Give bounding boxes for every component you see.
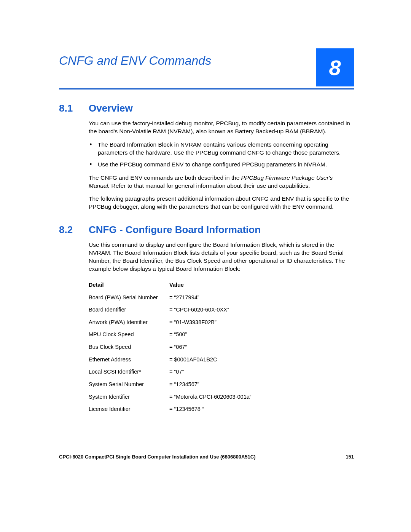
table-row: License Identifier= “12345678 “ [89, 403, 354, 415]
paragraph: You can use the factory-installed debug … [89, 120, 354, 136]
table-header-detail: Detail [89, 281, 165, 289]
section-heading: 8.1 Overview [59, 102, 354, 114]
table-cell-detail: Ethernet Address [89, 355, 165, 364]
table-cell-value: = “2717994” [169, 293, 354, 302]
paragraph: The CNFG and ENV commands are both descr… [89, 174, 354, 190]
table-cell-value: = “1234567” [169, 380, 354, 389]
table-cell-value: = “CPCI-6020-60X-0XX” [169, 305, 354, 315]
table-body: Board (PWA) Serial Number= “2717994”Boar… [89, 291, 354, 415]
table-cell-value: = $0001AF0A1B2C [169, 355, 354, 364]
table-header-row: Detail Value [89, 280, 354, 291]
section-heading: 8.2 CNFG - Configure Board Information [59, 224, 354, 236]
text-run: The CNFG and ENV commands are both descr… [89, 174, 241, 181]
section-title: CNFG - Configure Board Information [89, 224, 261, 236]
table-row: Local SCSI Identifier*= “07” [89, 366, 354, 378]
page-footer: CPCI-6020 CompactPCI Single Board Comput… [59, 450, 354, 460]
text-run: Refer to that manual for general informa… [110, 182, 310, 189]
table-cell-value: = “067” [169, 342, 354, 352]
table-cell-value: = “Motorola CPCI-6020603-001a” [169, 392, 354, 402]
section-title: Overview [89, 102, 133, 114]
table-cell-value: = “500” [169, 330, 354, 339]
table-row: Bus Clock Speed= “067” [89, 341, 354, 353]
chapter-title: CNFG and ENV Commands [59, 51, 354, 67]
section-body: You can use the factory-installed debug … [89, 120, 354, 211]
page-content: CNFG and ENV Commands 8 8.1 Overview You… [59, 51, 354, 532]
section-number: 8.2 [59, 224, 78, 236]
list-item: Use the PPCBug command ENV to change con… [89, 161, 354, 169]
section-overview: 8.1 Overview You can use the factory-ins… [59, 102, 354, 211]
table-row: System Serial Number= “1234567” [89, 378, 354, 391]
table-cell-detail: System Identifier [89, 392, 165, 402]
table-cell-detail: Board Identifier [89, 305, 165, 315]
table-cell-value: = “01-W3938F02B” [169, 318, 354, 327]
table-cell-detail: Board (PWA) Serial Number [89, 293, 165, 302]
chapter-header: CNFG and ENV Commands 8 [59, 51, 354, 89]
table-header-value: Value [169, 281, 354, 289]
table-row: Board Identifier= “CPCI-6020-60X-0XX” [89, 304, 354, 316]
section-number: 8.1 [59, 102, 78, 114]
table-cell-detail: License Identifier [89, 404, 165, 414]
table-row: Artwork (PWA) Identifier= “01-W3938F02B” [89, 316, 354, 329]
paragraph: Use this command to display and configur… [89, 241, 354, 273]
table-cell-detail: MPU Clock Speed [89, 330, 165, 339]
table-row: Ethernet Address= $0001AF0A1B2C [89, 353, 354, 366]
footer-doc-title: CPCI-6020 CompactPCI Single Board Comput… [59, 454, 256, 460]
table-cell-value: = “07” [169, 367, 354, 377]
table-row: System Identifier= “Motorola CPCI-602060… [89, 391, 354, 403]
table-cell-detail: Artwork (PWA) Identifier [89, 318, 165, 327]
paragraph: The following paragraphs present additio… [89, 195, 354, 211]
table-row: Board (PWA) Serial Number= “2717994” [89, 291, 354, 304]
section-body: Use this command to display and configur… [89, 241, 354, 415]
list-item: The Board Information Block in NVRAM con… [89, 141, 354, 157]
chapter-number-badge: 8 [316, 48, 354, 86]
bullet-list: The Board Information Block in NVRAM con… [89, 141, 354, 169]
board-info-table: Detail Value Board (PWA) Serial Number= … [89, 280, 354, 415]
table-cell-value: = “12345678 “ [169, 404, 354, 414]
footer-page-number: 151 [346, 454, 354, 460]
table-cell-detail: Bus Clock Speed [89, 342, 165, 352]
table-row: MPU Clock Speed= “500” [89, 328, 354, 341]
table-cell-detail: Local SCSI Identifier* [89, 367, 165, 377]
table-cell-detail: System Serial Number [89, 380, 165, 389]
section-cnfg: 8.2 CNFG - Configure Board Information U… [59, 224, 354, 415]
